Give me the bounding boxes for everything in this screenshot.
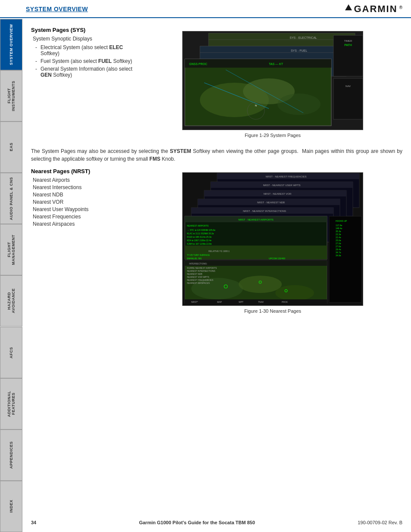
sidebar-item-hazard-avoidance[interactable]: HAZARD AVOIDANCE (0, 275, 22, 327)
garmin-logo: GARMIN ® (343, 3, 402, 15)
svg-text:NRST - NEAREST USER WPTS: NRST - NEAREST USER WPTS (263, 184, 300, 187)
svg-text:KLAC ⊕ 2111  552NM   35.3e: KLAC ⊕ 2111 552NM 35.3e (187, 232, 214, 235)
nearest-pages-text: Nearest Pages (NRST) Nearest Airports Ne… (31, 168, 134, 228)
svg-text:NAV: NAV (346, 85, 351, 87)
garmin-triangle-icon (345, 4, 352, 10)
sidebar-item-system-overview[interactable]: SYSTEM OVERVIEW (0, 19, 22, 70)
list-item: Electrical System (also select ELEC Soft… (35, 44, 134, 56)
system-pages-subtitle: System Synoptic Displays (33, 36, 134, 42)
svg-text:UPCOM    132/400: UPCOM 132/400 (269, 257, 285, 260)
nearest-pages-section: Nearest Pages (NRST) Nearest Airports Ne… (31, 168, 402, 318)
sidebar-item-afcs[interactable]: AFCS (0, 327, 22, 378)
section-title: SYSTEM OVERVIEW (26, 6, 88, 12)
svg-text:NRST - NEAREST FREQUENCIES: NRST - NEAREST FREQUENCIES (266, 175, 307, 178)
page-footer: 34 Garmin G1000 Pilot's Guide for the So… (22, 520, 411, 525)
sidebar-label-audio-panel-cns: AUDIO PANEL & CNS (9, 177, 13, 220)
figure-1-29-caption: Figure 1-29 System Pages (245, 133, 301, 138)
sidebar-label-flight-instruments: FLIGHT INSTRUMENTS (7, 74, 16, 118)
sidebar-item-flight-instruments[interactable]: FLIGHT INSTRUMENTS (0, 70, 22, 121)
svg-text:RELATIVE YG    1000.1: RELATIVE YG 1000.1 (209, 250, 230, 252)
sidebar-item-appendices[interactable]: APPENDICES (0, 429, 22, 481)
system-pages-title: System Pages (SYS) (31, 27, 134, 33)
footer-revision: 190-00709-02 Rev. B (358, 520, 402, 525)
sidebar-label-afcs: AFCS (9, 347, 13, 358)
svg-text:HOOKS UP: HOOKS UP (336, 220, 347, 222)
nearest-frequencies-item: Nearest Frequencies (31, 214, 134, 220)
nearest-pages-svg: NRST - NEAREST FREQUENCIES NRST - NEARES… (183, 172, 363, 306)
elec-key: ELEC (109, 44, 123, 50)
registered-mark: ® (399, 5, 402, 10)
svg-text:MAP: MAP (217, 301, 222, 303)
sidebar-label-hazard-avoidance: HAZARD AVOIDANCE (7, 279, 16, 323)
sidebar-item-additional-features[interactable]: ADDITIONAL FEATURES (0, 378, 22, 429)
svg-text:WPT: WPT (239, 301, 243, 303)
svg-text:INTERSECTIONS:: INTERSECTIONS: (189, 262, 207, 265)
svg-text:TNAV: TNAV (258, 301, 264, 303)
svg-point-72 (275, 285, 314, 301)
svg-text:KD4 ⊕ 1067  2156e   22.4e: KD4 ⊕ 1067 2156e 22.4e (187, 239, 212, 242)
svg-text:148.4e: 148.4e (336, 227, 342, 230)
svg-text:EMANL/EL    581: EMANL/EL 581 (187, 257, 202, 260)
system-pages-list: Electrical System (also select ELEC Soft… (35, 44, 134, 78)
svg-rect-84 (185, 299, 327, 305)
svg-text:NEAREST FREQUENCIES: NEAREST FREQUENCIES (187, 279, 214, 281)
nearest-pages-image: NRST - NEAREST FREQUENCIES NRST - NEARES… (182, 172, 363, 306)
sidebar-label-appendices: APPENDICES (9, 442, 13, 469)
svg-text:KSJD ⊕ 188  3114e   25.3e: KSJD ⊕ 188 3114e 25.3e (187, 236, 212, 238)
svg-text:→ STC ⊕ 124    630NM   105.6e: → STC ⊕ 124 630NM 105.6e (187, 229, 215, 231)
svg-text:34.7e: 34.7e (336, 251, 341, 254)
svg-text:NRST - NEAREST NDB: NRST - NEAREST NDB (257, 201, 285, 204)
svg-text:SYS - FUEL: SYS - FUEL (291, 49, 307, 52)
sidebar: SYSTEM OVERVIEW FLIGHT INSTRUMENTS EAS A… (0, 19, 22, 532)
svg-text:TIMER: TIMER (344, 40, 352, 42)
svg-text:34.9e: 34.9e (336, 254, 341, 257)
svg-text:NEAREST AIRPORTS: NEAREST AIRPORTS (187, 224, 209, 227)
figure-1-30: NRST - NEAREST FREQUENCIES NRST - NEARES… (143, 172, 402, 314)
svg-text:NRST - NEAREST INTERSECTIONS: NRST - NEAREST INTERSECTIONS (243, 210, 286, 212)
svg-text:22.3e: 22.3e (336, 233, 341, 236)
sidebar-label-additional-features: ADDITIONAL FEATURES (7, 382, 16, 426)
svg-text:K2M4 ⊕ 167  1158e   22.8e: K2M4 ⊕ 167 1158e 22.8e (187, 243, 212, 245)
list-item: General System Information (also select … (35, 66, 134, 78)
svg-text:NRST - NEAREST VOR: NRST - NEAREST VOR (264, 193, 292, 195)
svg-text:27.0e: 27.0e (336, 242, 341, 245)
svg-text:RURRE  NEAREST AIRPORTS: RURRE NEAREST AIRPORTS (187, 267, 217, 269)
garmin-brand-text: GARMIN (354, 3, 397, 15)
svg-text:29.4e: 29.4e (336, 248, 341, 251)
fms-key: FMS (149, 156, 160, 162)
svg-text:NRST*: NRST* (191, 301, 198, 303)
svg-rect-56 (329, 216, 361, 302)
nearest-intersections-item: Nearest Intersections (31, 184, 134, 190)
svg-text:NEAREST AIRSPACES: NEAREST AIRSPACES (187, 282, 210, 284)
sidebar-item-index[interactable]: INDEX (0, 481, 22, 532)
svg-text:NEAREST INTERSECTIONS: NEAREST INTERSECTIONS (187, 270, 215, 272)
svg-text:GNSS PROC: GNSS PROC (189, 62, 207, 65)
footer-title: Garmin G1000 Pilot's Guide for the Socat… (139, 520, 255, 525)
sidebar-label-index: INDEX (9, 500, 13, 513)
sidebar-label-flight-management: FLIGHT MANAGEMENT (7, 228, 16, 271)
svg-text:35.3e: 35.3e (336, 230, 341, 233)
sidebar-item-flight-management[interactable]: FLIGHT MANAGEMENT (0, 224, 22, 275)
system-pages-section: System Pages (SYS) System Synoptic Displ… (31, 27, 134, 80)
nearest-pages-figure-container: NRST - NEAREST FREQUENCIES NRST - NEARES… (143, 168, 402, 318)
system-pages-figure-container: SYS - ELECTRICAL SYS - FUEL (143, 27, 402, 142)
svg-text:117.6e: 117.6e (336, 224, 342, 227)
sidebar-label-eas: EAS (9, 143, 13, 152)
nearest-pages-list: Nearest Airports Nearest Intersections N… (31, 177, 134, 227)
sidebar-label-system-overview: SYSTEM OVERVIEW (9, 24, 13, 65)
sidebar-item-audio-panel-cns[interactable]: AUDIO PANEL & CNS (0, 173, 22, 224)
nearest-pages-title: Nearest Pages (NRST) (31, 168, 134, 174)
svg-rect-51 (185, 246, 327, 259)
list-item: Fuel System (also select FUEL Softkey) (35, 58, 134, 64)
nearest-user-waypoints-item: Nearest User Waypoints (31, 206, 134, 212)
sidebar-item-eas[interactable]: EAS (0, 121, 22, 173)
svg-text:PATH: PATH (344, 44, 352, 47)
gen-key: GEN (40, 72, 52, 78)
svg-text:27.6e: 27.6e (336, 245, 341, 248)
nearest-ndb-item: Nearest NDB (31, 192, 134, 198)
svg-text:N: N (255, 104, 257, 107)
svg-text:PROC: PROC (282, 301, 288, 303)
fuel-key: FUEL (98, 58, 112, 64)
svg-text:25.0e: 25.0e (336, 239, 341, 242)
system-pages-image: SYS - ELECTRICAL SYS - FUEL (182, 31, 363, 130)
